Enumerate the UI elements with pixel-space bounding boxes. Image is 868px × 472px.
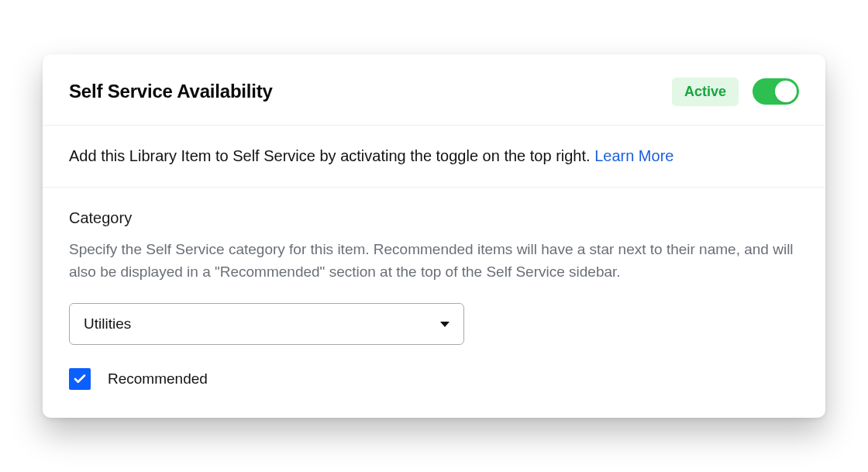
header-controls: Active <box>672 78 799 106</box>
card-title: Self Service Availability <box>69 81 273 102</box>
category-description: Specify the Self Service category for th… <box>69 238 799 284</box>
category-select[interactable]: Utilities <box>69 303 464 345</box>
self-service-card: Self Service Availability Active Add thi… <box>43 54 825 419</box>
description-row: Add this Library Item to Self Service by… <box>43 126 825 188</box>
recommended-row: Recommended <box>69 368 799 390</box>
card-header: Self Service Availability Active <box>43 54 825 126</box>
category-title: Category <box>69 209 799 227</box>
recommended-checkbox[interactable] <box>69 368 91 390</box>
recommended-label: Recommended <box>108 370 208 388</box>
description-text: Add this Library Item to Self Service by… <box>69 147 594 164</box>
learn-more-link[interactable]: Learn More <box>594 147 673 164</box>
category-select-value: Utilities <box>84 315 131 332</box>
status-badge: Active <box>672 78 739 106</box>
chevron-down-icon <box>440 322 450 327</box>
check-icon <box>73 372 87 386</box>
category-section: Category Specify the Self Service catego… <box>43 188 825 419</box>
toggle-knob <box>775 81 797 102</box>
availability-toggle[interactable] <box>753 78 799 105</box>
